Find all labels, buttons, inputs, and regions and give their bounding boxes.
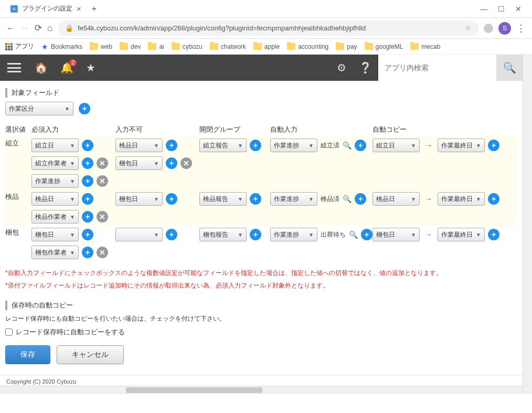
field-dropdown[interactable]: 検品日▼: [115, 139, 163, 152]
field-dropdown[interactable]: 組立日▼: [31, 139, 79, 152]
help-icon[interactable]: ❔: [359, 61, 372, 74]
folder-icon: [365, 43, 373, 50]
field-dropdown[interactable]: 梱包報告▼: [199, 228, 247, 241]
browser-menu-icon[interactable]: ⋮: [516, 23, 526, 34]
back-icon[interactable]: ←: [6, 23, 15, 34]
remove-button[interactable]: ✕: [97, 211, 108, 223]
window-close-icon[interactable]: ✕: [515, 5, 522, 13]
arrow-right-icon: →: [425, 230, 432, 239]
extension-icon[interactable]: [484, 24, 493, 33]
add-button[interactable]: +: [355, 140, 366, 151]
tab-close-icon[interactable]: ×: [77, 4, 81, 13]
field-dropdown[interactable]: 作業最終日▼: [438, 192, 485, 206]
auto-copy-checkbox[interactable]: [5, 329, 13, 336]
add-button[interactable]: +: [166, 140, 177, 151]
field-dropdown[interactable]: 梱包作業者▼: [31, 246, 79, 259]
bookmark-ai[interactable]: ai: [148, 43, 164, 50]
add-button[interactable]: +: [250, 193, 261, 205]
profile-avatar[interactable]: S: [498, 22, 511, 35]
home-app-icon[interactable]: 🏠: [35, 61, 48, 74]
add-button[interactable]: +: [488, 140, 499, 151]
add-button[interactable]: +: [166, 157, 177, 169]
field-dropdown[interactable]: 組立作業者▼: [31, 156, 79, 170]
favorite-star-icon[interactable]: ★: [86, 61, 95, 74]
bookmark-dev[interactable]: dev: [120, 43, 141, 50]
add-button[interactable]: +: [166, 229, 177, 240]
add-button[interactable]: +: [488, 229, 499, 240]
add-button[interactable]: +: [250, 140, 261, 151]
field-dropdown[interactable]: 検品作業者▼: [31, 210, 79, 224]
search-icon[interactable]: 🔍: [343, 141, 352, 150]
add-button[interactable]: +: [488, 193, 499, 205]
add-button[interactable]: +: [166, 193, 177, 205]
apps-shortcut[interactable]: アプリ: [5, 42, 34, 51]
remove-button[interactable]: ✕: [97, 175, 108, 187]
bookmark-mecab[interactable]: mecab: [410, 43, 440, 50]
bookmark-accounting[interactable]: accounting: [287, 43, 328, 50]
remove-button[interactable]: ✕: [97, 157, 108, 169]
app-search-input[interactable]: [378, 55, 496, 81]
field-dropdown[interactable]: 検品日▼: [31, 192, 79, 206]
bookmark-web[interactable]: web: [90, 43, 112, 50]
window-minimize-icon[interactable]: —: [480, 5, 487, 13]
notification-bell-icon[interactable]: 🔔2: [60, 61, 73, 74]
remove-button[interactable]: ✕: [97, 247, 108, 258]
field-dropdown[interactable]: 作業進捗▼: [270, 139, 317, 152]
search-icon[interactable]: 🔍: [343, 195, 352, 203]
cancel-button[interactable]: キャンセル: [57, 345, 124, 364]
folder-icon: [90, 43, 98, 50]
add-button[interactable]: +: [82, 140, 93, 151]
remove-button[interactable]: ✕: [180, 157, 192, 169]
bookmark-pay[interactable]: pay: [336, 43, 357, 50]
folder-icon: [253, 43, 262, 50]
browser-tab[interactable]: ≡ プラグインの設定 ×: [4, 1, 88, 17]
add-button[interactable]: +: [82, 229, 93, 240]
add-target-button[interactable]: +: [79, 103, 90, 114]
column-headers: 選択値 必須入力 入力不可 開閉グループ 自動入力 自動コピー: [5, 123, 517, 136]
bookmark-googleML[interactable]: googleML: [365, 43, 403, 50]
add-button[interactable]: +: [355, 193, 366, 205]
bookmark-star-icon[interactable]: ☆: [465, 24, 471, 32]
add-button[interactable]: +: [82, 193, 93, 205]
search-icon[interactable]: 🔍: [349, 230, 358, 239]
field-dropdown[interactable]: 組立日▼: [373, 139, 420, 152]
search-button[interactable]: 🔍: [496, 55, 523, 81]
field-dropdown[interactable]: 検品日▼: [373, 192, 420, 206]
home-icon[interactable]: ⌂: [47, 23, 52, 34]
field-dropdown[interactable]: 検品報告▼: [199, 192, 247, 206]
add-button[interactable]: +: [361, 229, 373, 240]
bookmark-cybozu[interactable]: cybozu: [172, 43, 203, 50]
forward-icon[interactable]: →: [20, 23, 29, 34]
gear-icon[interactable]: ⚙: [337, 61, 346, 74]
new-tab-button[interactable]: +: [92, 4, 97, 14]
target-field-dropdown[interactable]: 作業区分▼: [5, 102, 73, 115]
url-field[interactable]: 🔒 fe54k.cybozu.com/k/admin/app/268/plugi…: [58, 20, 478, 36]
save-button[interactable]: 保存: [5, 345, 50, 364]
reload-icon[interactable]: ⟳: [35, 23, 42, 34]
menu-icon[interactable]: [7, 63, 21, 72]
bookmark-apple[interactable]: apple: [253, 43, 280, 50]
field-dropdown[interactable]: 組立報告▼: [199, 139, 247, 152]
field-dropdown[interactable]: 作業進捗▼: [270, 228, 317, 241]
field-dropdown[interactable]: 梱包日▼: [373, 228, 420, 241]
add-button[interactable]: +: [82, 175, 93, 187]
field-dropdown[interactable]: 梱包日▼: [115, 156, 163, 170]
horizontal-scrollbar[interactable]: [0, 386, 523, 394]
bookmarks-folder[interactable]: ★ Bookmarks: [41, 43, 82, 51]
field-dropdown[interactable]: ▼: [115, 228, 163, 241]
field-dropdown[interactable]: 梱包日▼: [31, 228, 79, 241]
add-button[interactable]: +: [82, 247, 93, 258]
window-maximize-icon[interactable]: ☐: [498, 5, 505, 13]
field-dropdown[interactable]: 作業進捗▼: [270, 192, 317, 206]
sel-value: 梱包: [5, 228, 31, 237]
field-dropdown[interactable]: 作業最終日▼: [438, 228, 485, 241]
vertical-scrollbar[interactable]: [523, 55, 532, 394]
field-dropdown[interactable]: 梱包日▼: [115, 192, 163, 206]
bookmark-chatwork[interactable]: chatwork: [210, 43, 246, 50]
add-button[interactable]: +: [250, 229, 261, 240]
add-button[interactable]: +: [82, 157, 93, 169]
folder-icon: [287, 43, 295, 50]
field-dropdown[interactable]: 作業最終日▼: [438, 139, 485, 152]
field-dropdown[interactable]: 作業進捗▼: [31, 174, 79, 188]
add-button[interactable]: +: [82, 211, 93, 223]
